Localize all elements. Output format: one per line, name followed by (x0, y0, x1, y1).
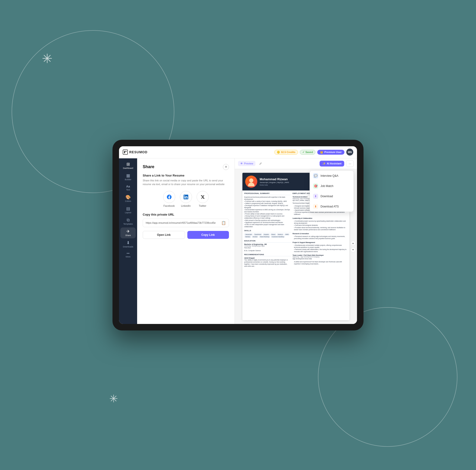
action-buttons: Open Link Copy Link (143, 231, 229, 239)
download-ats-label: Download ATS (321, 205, 339, 208)
share-icon: ✈ (126, 229, 130, 233)
share-panel: Share ✕ Share a Link to Your Resume Shar… (137, 158, 235, 324)
project-title-text: Project & Support Management (293, 241, 347, 244)
side-nav-arrows: ▲ ▼ (351, 241, 356, 252)
premium-button[interactable]: 👑 Premium User (317, 150, 344, 155)
sidebar-item-layout[interactable]: ▤ Layout (120, 205, 136, 216)
interview-qa-item[interactable]: 💬 Interview Q&A (310, 171, 354, 181)
builder-icon: ▦ (126, 174, 130, 178)
skill-tag: Customer Handling (271, 236, 285, 238)
credits-badge: 🪙 32.5 Credits (274, 150, 298, 155)
twitter-label: Twitter (199, 204, 206, 207)
nav-up-arrow[interactable]: ▲ (351, 241, 356, 246)
tablet-screen: RESUMOD 🪙 32.5 Credits ✓ Saved 👑 Premium… (119, 146, 357, 324)
copy-link-button[interactable]: Copy Link (187, 231, 229, 239)
coin-icon: 🪙 (277, 151, 280, 154)
resume-job-title: Javascript | Angular | MySQL | AWS (260, 181, 289, 183)
twitter-icon-circle (197, 191, 209, 203)
job-2-title: Team Leader / Full Stack Web Developer (293, 254, 347, 256)
recommendations-title: Recommendations (244, 254, 291, 256)
nav-down-arrow[interactable]: ▼ (351, 247, 356, 252)
skill-tag: TypeScript (254, 233, 262, 235)
expand-button[interactable]: ⤢ (257, 160, 264, 167)
linkedin-icon-circle (180, 191, 192, 203)
resume-photo (245, 175, 257, 188)
templates-icon: ⧉ (127, 218, 130, 222)
sidebar-item-dashboard[interactable]: ⊞ Dashboard (120, 160, 136, 171)
dropdown-menu: 💬 Interview Q&A 🎯 Job Match ⬇ Download (310, 171, 354, 212)
project-bullets: • Simultaneously orchestrated multiple p… (293, 244, 347, 253)
colors-icon: 🎨 (125, 195, 131, 199)
share-subtitle: Share a Link to Your Resume (143, 174, 229, 177)
skill-tag: MySQL (244, 236, 251, 238)
svg-point-3 (248, 183, 255, 186)
app-header: RESUMOD 🪙 32.5 Credits ✓ Saved 👑 Premium… (119, 146, 357, 158)
sidebar-item-templates[interactable]: ⧉ Templates (120, 216, 136, 227)
resume-name: Mohammad Rizwan (260, 177, 289, 181)
url-input-row: https://app.resumod.in/resume/r/6571a46f… (143, 219, 229, 227)
facebook-icon-circle (163, 191, 175, 203)
research-title-text: Research & Innovation (293, 233, 347, 235)
download-icon: ⬇ (313, 194, 318, 199)
sidebar-label-builder: Builder (125, 178, 131, 181)
sidebar-item-text[interactable]: Aa Text (120, 183, 136, 193)
sidebar-item-share[interactable]: ✈ Share (120, 227, 136, 238)
skill-tag: Docker (252, 236, 258, 238)
recommendation-text: Your ability is highly recommend you to … (244, 259, 291, 267)
sidebar-item-builder[interactable]: ▦ Builder (120, 172, 136, 183)
check-icon: ✓ (302, 151, 305, 154)
linkedin-share-button[interactable]: LinkedIn (180, 191, 192, 207)
logo-text: RESUMOD (129, 150, 148, 154)
ai-assistant-button[interactable]: ✨ AI Assistant (320, 161, 344, 167)
professional-summary-text: Experienced technical professional with … (244, 196, 291, 228)
close-button[interactable]: ✕ (223, 164, 229, 170)
svg-rect-0 (124, 151, 125, 153)
research-bullets: • Pioneered research on cutting-edge tec… (293, 235, 347, 240)
research-section: Research & Innovation • Pioneered resear… (293, 233, 347, 240)
job-match-item[interactable]: 🎯 Job Match (310, 181, 354, 191)
download-label: Download (321, 195, 333, 198)
job-2-section: Team Leader / Full Stack Web Developer A… (293, 254, 347, 265)
preview-button[interactable]: 👁 Preview (238, 161, 255, 166)
more-options-button[interactable]: ··· (346, 160, 354, 167)
content-area: Share ✕ Share a Link to Your Resume Shar… (137, 158, 357, 324)
twitter-share-button[interactable]: Twitter (197, 191, 209, 207)
avatar-initials: MN (348, 151, 352, 154)
preview-label: Preview (244, 162, 253, 165)
skill-tag: React (271, 233, 276, 235)
sidebar-item-colors[interactable]: 🎨 Colors (120, 193, 136, 204)
text-icon: Aa (126, 185, 130, 188)
tablet-frame: RESUMOD 🪙 32.5 Credits ✓ Saved 👑 Premium… (113, 140, 363, 331)
avatar: MN (346, 149, 353, 156)
sidebar: ⊞ Dashboard ▦ Builder Aa Text 🎨 Colors ▤ (119, 158, 137, 324)
sidebar-item-downloads[interactable]: ⬇ Downloads (120, 239, 136, 250)
saved-label: Saved (306, 151, 313, 154)
skills-tags: Javascript TypeScript Angular React Node… (244, 233, 291, 238)
skill-tag: AWS (285, 233, 289, 235)
leadership-section: Leadership & Collaboration • Coordinated… (293, 217, 347, 231)
layout-icon: ▤ (126, 207, 130, 211)
degree-title: Bachelor of Engineering - BE (244, 244, 291, 245)
professional-summary-title: Professional Summary (244, 192, 291, 195)
open-link-button[interactable]: Open Link (143, 231, 185, 239)
facebook-share-button[interactable]: Facebook (163, 191, 175, 207)
download-ats-item[interactable]: ⬇ Download ATS (310, 201, 354, 212)
sidebar-label-templates: Templates (123, 223, 133, 225)
ai-assistant-label: AI Assistant (327, 162, 341, 165)
resume-area: 👁 Preview ⤢ ✨ AI Assistant ··· (235, 158, 357, 324)
sidebar-label-share: Share (125, 234, 131, 237)
share-description: Share this link on social media or copy … (143, 179, 229, 186)
degree-date: Feb 2012 (244, 247, 291, 249)
svg-point-2 (249, 178, 253, 183)
more-icon: ••• (127, 252, 130, 255)
copy-icon-button[interactable]: 📋 (221, 221, 226, 225)
professional-summary-section: Professional Summary Experienced technic… (244, 192, 291, 228)
download-item[interactable]: ⬇ Download (310, 191, 354, 201)
job-match-label: Job Match (321, 184, 333, 188)
bg-star-2: ✳ (109, 393, 118, 405)
saved-badge: ✓ Saved (300, 150, 315, 155)
sidebar-item-more[interactable]: ••• More (120, 250, 136, 260)
ai-icon: ✨ (322, 162, 326, 165)
url-value: https://app.resumod.in/resume/r/6571a46f… (146, 221, 220, 224)
sidebar-label-colors: Colors (125, 200, 131, 202)
